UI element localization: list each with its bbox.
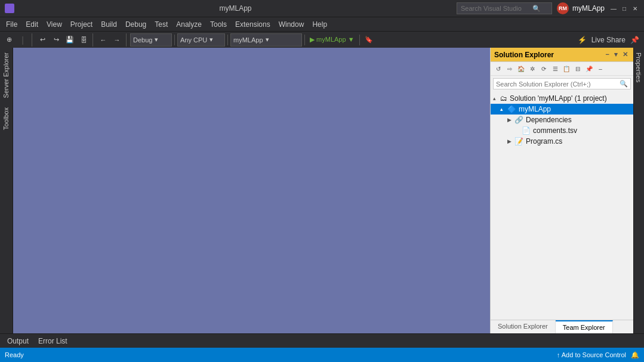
menu-help[interactable]: Help xyxy=(309,19,331,30)
comments-file-icon: 📄 xyxy=(522,126,531,135)
tree-item-programcs[interactable]: ▶ 📝 Program.cs xyxy=(491,136,633,147)
se-pin-btn[interactable]: 📌 xyxy=(584,63,594,74)
bottom-tab-output[interactable]: Output xyxy=(2,336,33,346)
toolbar-save-all[interactable]: 🗄 xyxy=(77,33,90,47)
se-hide-btn[interactable]: – xyxy=(595,63,606,74)
mymlapp-icon: 🔷 xyxy=(507,105,516,113)
tree-item-comments[interactable]: 📄 comments.tsv xyxy=(491,125,633,136)
se-refresh-btn[interactable]: ⇨ xyxy=(504,63,515,74)
notification-icon[interactable]: 🔔 xyxy=(631,351,639,359)
toolbar-save[interactable]: 💾 xyxy=(63,33,76,47)
sidebar-tab-server-explorer[interactable]: Server Explorer xyxy=(0,48,13,103)
bottom-panel-tabs: Output Error List xyxy=(0,333,644,348)
se-close-button[interactable]: ✕ xyxy=(621,50,630,59)
menu-extensions[interactable]: Extensions xyxy=(232,19,274,30)
menu-window[interactable]: Window xyxy=(275,19,308,30)
se-menu-button[interactable]: ▾ xyxy=(612,50,620,59)
se-list-btn[interactable]: ☰ xyxy=(550,63,560,74)
se-collapse-btn[interactable]: ⟳ xyxy=(538,63,549,74)
menu-edit[interactable]: Edit xyxy=(22,19,42,30)
app-name-badge: myMLApp xyxy=(572,4,605,13)
expand-icon-programcs: ▶ xyxy=(507,138,514,144)
se-tree: ▴ 🗂 Solution 'myMLApp' (1 project) ▴ 🔷 m… xyxy=(491,92,633,320)
se-minus-btn[interactable]: ⊟ xyxy=(572,63,583,74)
tree-item-dependencies[interactable]: ▶ 🔗 Dependencies xyxy=(491,115,633,125)
se-toolbar: ↺ ⇨ 🏠 ✲ ⟳ ☰ 📋 ⊟ 📌 – xyxy=(491,62,633,76)
platform-dropdown[interactable]: Any CPU ▾ xyxy=(177,33,225,47)
toolbar-group-actions: ⊕ | xyxy=(2,33,32,47)
se-search-box[interactable]: 🔍 xyxy=(493,78,631,89)
programcs-label: Program.cs xyxy=(526,137,562,146)
toolbar-sep-4 xyxy=(359,35,360,45)
close-button[interactable]: ✕ xyxy=(631,4,639,13)
expand-icon-mymlapp: ▴ xyxy=(500,106,507,112)
menu-view[interactable]: View xyxy=(43,19,66,30)
add-to-source-control[interactable]: ↑ Add to Source Control xyxy=(557,351,626,358)
project-chevron-icon: ▾ xyxy=(266,36,269,44)
solution-icon: 🗂 xyxy=(500,94,507,103)
se-pin-button[interactable]: − xyxy=(604,50,611,59)
menu-tools[interactable]: Tools xyxy=(207,19,230,30)
tree-item-mymlapp[interactable]: ▴ 🔷 myMLApp xyxy=(491,104,633,115)
se-title-bar: Solution Explorer − ▾ ✕ xyxy=(491,48,633,62)
toolbar-sep-1 xyxy=(174,35,175,45)
minimize-button[interactable]: — xyxy=(609,4,618,13)
window-controls[interactable]: — □ ✕ xyxy=(609,4,639,13)
platform-chevron-icon: ▾ xyxy=(209,36,213,44)
toolbar-group-nav: ← → xyxy=(97,33,127,47)
toolbar-undo[interactable]: ↩ xyxy=(36,33,49,47)
comments-label: comments.tsv xyxy=(533,126,577,135)
main-toolbar: ⊕ | ↩ ↪ 💾 🗄 ← → Debug ▾ Any CPU ▾ myMLAp… xyxy=(0,31,644,48)
start-button[interactable]: ▶ myMLApp ▼ xyxy=(307,33,357,47)
toolbar-btn-1[interactable]: ⊕ xyxy=(2,33,16,47)
expand-icon-dependencies: ▶ xyxy=(507,117,514,123)
debug-mode-dropdown[interactable]: Debug ▾ xyxy=(130,33,172,47)
toolbar-redo[interactable]: ↪ xyxy=(50,33,63,47)
user-badge[interactable]: RM myMLApp xyxy=(557,2,605,14)
toolbar-group-edit: ↩ ↪ 💾 🗄 xyxy=(36,33,93,47)
pin-icon[interactable]: 📌 xyxy=(630,36,639,44)
global-search-box[interactable]: 🔍 xyxy=(457,2,552,14)
se-tab-solution-explorer[interactable]: Solution Explorer xyxy=(491,320,556,333)
expand-icon-solution: ▴ xyxy=(493,95,500,101)
tree-item-solution[interactable]: ▴ 🗂 Solution 'myMLApp' (1 project) xyxy=(491,93,633,104)
search-input[interactable] xyxy=(461,5,532,12)
toolbar-sep-3 xyxy=(304,35,305,45)
se-copy-btn[interactable]: 📋 xyxy=(561,63,572,74)
status-text: Ready xyxy=(5,351,24,358)
se-home-btn[interactable]: 🏠 xyxy=(516,63,526,74)
project-dropdown[interactable]: myMLApp ▾ xyxy=(230,33,302,47)
user-avatar: RM xyxy=(557,2,569,14)
bookmark-button[interactable]: 🔖 xyxy=(362,33,375,47)
menu-test[interactable]: Test xyxy=(151,19,171,30)
right-sidebar-tab-properties[interactable]: Properties xyxy=(634,48,644,87)
toolbar-forward[interactable]: → xyxy=(110,33,124,47)
main-layout: Server Explorer Toolbox Solution Explore… xyxy=(0,48,644,333)
status-bar-right: ↑ Add to Source Control 🔔 xyxy=(557,351,639,359)
menu-analyze[interactable]: Analyze xyxy=(172,19,205,30)
se-search-input[interactable] xyxy=(496,81,617,88)
main-content-area xyxy=(13,48,490,333)
menu-file[interactable]: File xyxy=(2,19,21,30)
se-tab-team-explorer[interactable]: Team Explorer xyxy=(556,320,613,333)
menu-build[interactable]: Build xyxy=(97,19,121,30)
left-sidebar: Server Explorer Toolbox xyxy=(0,48,13,333)
solution-label: Solution 'myMLApp' (1 project) xyxy=(510,94,607,103)
maximize-button[interactable]: □ xyxy=(620,4,628,13)
toolbar-btn-separator: | xyxy=(16,33,29,47)
title-bar: myMLApp 🔍 RM myMLApp — □ ✕ xyxy=(0,0,644,17)
live-share-button[interactable]: Live Share xyxy=(591,36,625,44)
se-filter-btn[interactable]: ✲ xyxy=(527,63,538,74)
se-sync-btn[interactable]: ↺ xyxy=(493,63,504,74)
bottom-tab-error-list[interactable]: Error List xyxy=(33,336,72,346)
search-icon: 🔍 xyxy=(532,5,541,13)
menu-project[interactable]: Project xyxy=(67,19,96,30)
menu-debug[interactable]: Debug xyxy=(122,19,150,30)
menu-bar: File Edit View Project Build Debug Test … xyxy=(0,17,644,31)
solution-explorer-panel: Solution Explorer − ▾ ✕ ↺ ⇨ 🏠 ✲ ⟳ ☰ 📋 ⊟ … xyxy=(490,48,633,333)
vs-logo-icon xyxy=(5,4,14,13)
toolbar-back[interactable]: ← xyxy=(97,33,110,47)
platform-label: Any CPU xyxy=(180,36,207,44)
sidebar-tab-toolbox[interactable]: Toolbox xyxy=(0,103,13,135)
status-bar-left: Ready xyxy=(5,351,24,358)
